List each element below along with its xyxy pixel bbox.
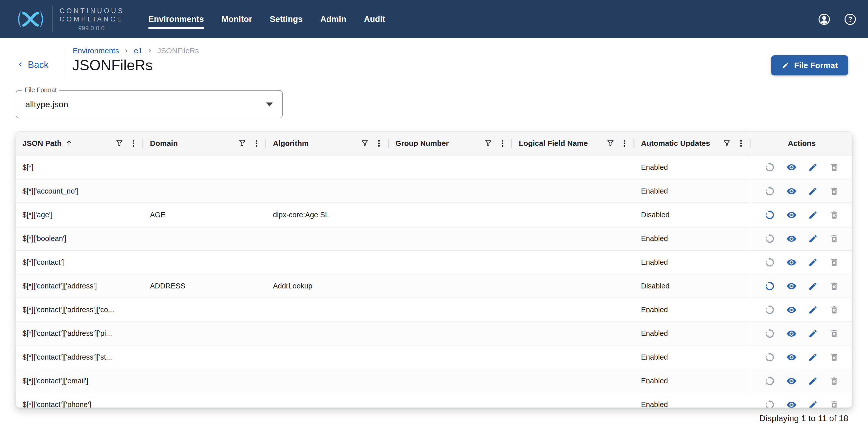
column-header-group-number[interactable]: Group Number [389, 131, 512, 155]
back-button[interactable]: Back [16, 60, 49, 70]
cell-algorithm: dlpx-core:Age SL [266, 203, 389, 227]
back-label: Back [28, 60, 49, 70]
edit-pencil-icon[interactable] [808, 329, 818, 338]
edit-pencil-icon[interactable] [808, 282, 818, 291]
edit-pencil-icon[interactable] [808, 258, 818, 267]
view-eye-icon[interactable] [786, 376, 797, 386]
nav-item-admin[interactable]: Admin [320, 14, 346, 24]
cell-json-path: $[*]['contact']['phone'] [16, 393, 144, 408]
delete-trash-icon[interactable] [829, 282, 839, 291]
file-format-button[interactable]: File Format [771, 55, 848, 75]
edit-pencil-icon[interactable] [808, 210, 818, 220]
restore-icon[interactable] [765, 162, 775, 172]
view-eye-icon[interactable] [786, 281, 797, 291]
cell-domain [144, 393, 266, 408]
view-eye-icon[interactable] [786, 352, 797, 362]
column-header-json-path[interactable]: JSON Path [16, 131, 144, 155]
cell-json-path: $[*]['contact']['email'] [16, 369, 144, 393]
filter-icon[interactable] [722, 139, 731, 147]
select-label: File Format [22, 86, 59, 94]
column-label: Domain [150, 139, 178, 147]
column-header-logical-field-name[interactable]: Logical Field Name [512, 131, 634, 155]
delete-trash-icon[interactable] [829, 353, 839, 362]
view-eye-icon[interactable] [786, 162, 797, 172]
edit-pencil-icon[interactable] [808, 234, 818, 243]
cell-group-number [389, 345, 512, 369]
breadcrumb-e1[interactable]: e1 [134, 46, 142, 55]
user-account-icon[interactable] [817, 12, 831, 26]
cell-logical-field-name [512, 227, 634, 250]
delete-trash-icon[interactable] [829, 258, 839, 267]
restore-icon[interactable] [765, 329, 775, 339]
filter-icon[interactable] [484, 139, 493, 147]
view-eye-icon[interactable] [786, 257, 797, 267]
edit-pencil-icon[interactable] [808, 187, 818, 196]
delete-trash-icon[interactable] [829, 187, 839, 196]
nav-item-environments[interactable]: Environments [149, 14, 204, 24]
cell-logical-field-name [512, 251, 634, 274]
restore-icon[interactable] [765, 186, 775, 196]
edit-pencil-icon[interactable] [808, 163, 818, 172]
cell-json-path: $[*]['account_no'] [16, 179, 144, 203]
filter-icon[interactable] [361, 139, 369, 147]
filter-icon[interactable] [606, 139, 615, 147]
delete-trash-icon[interactable] [829, 400, 839, 408]
nav-item-monitor[interactable]: Monitor [222, 14, 252, 24]
restore-icon[interactable] [765, 376, 775, 386]
cell-algorithm [266, 179, 389, 203]
cell-automatic-updates: Disabled [634, 274, 751, 298]
restore-icon[interactable] [765, 352, 775, 362]
restore-icon[interactable] [765, 210, 775, 220]
filter-icon[interactable] [115, 139, 124, 147]
view-eye-icon[interactable] [786, 305, 797, 315]
column-menu-icon[interactable] [737, 139, 745, 147]
cell-json-path: $[*] [16, 156, 144, 179]
delete-trash-icon[interactable] [829, 305, 839, 315]
cell-actions [751, 156, 852, 179]
delete-trash-icon[interactable] [829, 234, 839, 243]
view-eye-icon[interactable] [786, 210, 797, 220]
column-menu-icon[interactable] [252, 139, 261, 147]
cell-domain [144, 369, 266, 393]
delete-trash-icon[interactable] [829, 210, 839, 220]
file-format-select[interactable]: File Format alltype.json [16, 90, 283, 118]
view-eye-icon[interactable] [786, 186, 797, 196]
delphix-logo-icon[interactable] [16, 9, 45, 29]
column-menu-icon[interactable] [375, 139, 383, 147]
column-header-domain[interactable]: Domain [144, 131, 266, 155]
restore-icon[interactable] [765, 400, 775, 408]
edit-pencil-icon[interactable] [808, 376, 818, 386]
edit-pencil-icon[interactable] [808, 353, 818, 362]
column-label: Logical Field Name [519, 139, 588, 147]
view-eye-icon[interactable] [786, 329, 797, 339]
column-menu-icon[interactable] [620, 139, 629, 147]
restore-icon[interactable] [765, 281, 775, 291]
cell-actions [751, 251, 852, 274]
delete-trash-icon[interactable] [829, 163, 839, 172]
help-icon[interactable]: ? [843, 12, 857, 26]
edit-pencil-icon[interactable] [808, 400, 818, 408]
column-header-algorithm[interactable]: Algorithm [266, 131, 389, 155]
chevron-right-icon [147, 47, 153, 54]
sort-ascending-icon[interactable] [65, 139, 73, 147]
column-header-automatic-updates[interactable]: Automatic Updates [634, 131, 751, 155]
column-menu-icon[interactable] [129, 139, 138, 147]
filter-icon[interactable] [238, 139, 247, 147]
restore-icon[interactable] [765, 257, 775, 267]
cell-logical-field-name [512, 203, 634, 227]
view-eye-icon[interactable] [786, 400, 797, 408]
table-body: $[*] Enabled [16, 156, 852, 408]
column-menu-icon[interactable] [498, 139, 507, 147]
edit-pencil-icon[interactable] [808, 305, 818, 315]
chevron-left-icon [16, 61, 25, 69]
nav-item-settings[interactable]: Settings [270, 14, 303, 24]
delete-trash-icon[interactable] [829, 376, 839, 386]
restore-icon[interactable] [765, 305, 775, 315]
restore-icon[interactable] [765, 234, 775, 244]
delete-trash-icon[interactable] [829, 329, 839, 338]
nav-item-audit[interactable]: Audit [364, 14, 385, 24]
cell-actions [751, 345, 852, 369]
breadcrumb-environments[interactable]: Environments [73, 46, 119, 55]
file-format-button-label: File Format [794, 61, 838, 70]
view-eye-icon[interactable] [786, 234, 797, 244]
